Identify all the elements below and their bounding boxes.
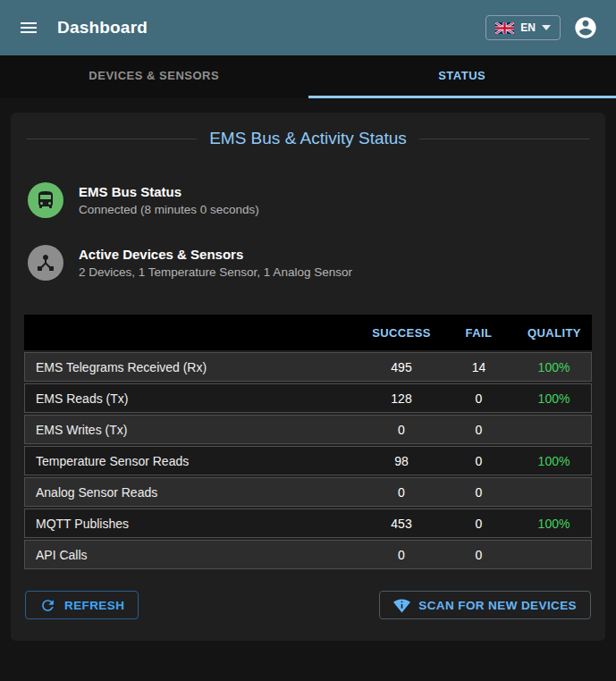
fail-cell: 0 bbox=[441, 415, 517, 444]
row-label: Temperature Sensor Reads bbox=[24, 446, 362, 475]
success-cell: 0 bbox=[362, 415, 441, 444]
row-label: MQTT Publishes bbox=[24, 509, 362, 538]
column-header-blank bbox=[24, 315, 362, 350]
bus-icon bbox=[35, 189, 56, 211]
scan-button-label: SCAN FOR NEW DEVICES bbox=[418, 599, 577, 612]
column-header-fail: FAIL bbox=[441, 315, 517, 350]
row-label: EMS Telegrams Received (Rx) bbox=[24, 352, 362, 382]
account-circle-icon bbox=[573, 15, 598, 40]
hamburger-icon bbox=[18, 17, 39, 38]
table-row: MQTT Publishes4530100% bbox=[24, 509, 592, 538]
chevron-down-icon bbox=[542, 25, 551, 30]
divider-right bbox=[419, 139, 590, 139]
fail-cell: 0 bbox=[441, 383, 517, 413]
column-header-success: SUCCESS bbox=[362, 315, 441, 350]
success-cell: 0 bbox=[362, 540, 441, 569]
quality-cell bbox=[517, 477, 592, 507]
refresh-button-label: REFRESH bbox=[64, 599, 124, 612]
quality-cell bbox=[517, 415, 592, 444]
fail-cell: 0 bbox=[441, 540, 517, 569]
success-cell: 98 bbox=[362, 446, 441, 475]
ems-bus-status-item: EMS Bus Status Connected (8 minutes 0 se… bbox=[28, 175, 588, 225]
divider-left bbox=[26, 139, 197, 139]
tab-bar: DEVICES & SENSORS STATUS bbox=[0, 55, 616, 98]
language-selector[interactable]: EN bbox=[485, 15, 561, 40]
tab-status[interactable]: STATUS bbox=[308, 55, 616, 98]
row-label: EMS Writes (Tx) bbox=[24, 415, 362, 444]
active-devices-title: Active Devices & Sensors bbox=[79, 247, 352, 262]
quality-cell: 100% bbox=[517, 446, 592, 475]
row-label: EMS Reads (Tx) bbox=[24, 383, 362, 413]
menu-button[interactable] bbox=[13, 12, 45, 44]
uk-flag-icon bbox=[495, 22, 514, 34]
status-card: EMS Bus & Activity Status EMS Bus Status… bbox=[11, 113, 605, 641]
active-devices-value: 2 Devices, 1 Temperature Sensor, 1 Analo… bbox=[79, 265, 352, 279]
language-code: EN bbox=[520, 21, 536, 34]
success-cell: 453 bbox=[362, 509, 441, 538]
table-row: EMS Writes (Tx)00 bbox=[24, 415, 592, 444]
refresh-icon bbox=[39, 597, 56, 614]
quality-cell bbox=[517, 540, 592, 569]
table-row: Temperature Sensor Reads980100% bbox=[24, 446, 592, 475]
table-row: EMS Reads (Tx)1280100% bbox=[24, 383, 592, 413]
quality-cell: 100% bbox=[517, 352, 592, 382]
stats-table-body: EMS Telegrams Received (Rx)49514100%EMS … bbox=[24, 352, 592, 569]
account-button[interactable] bbox=[568, 10, 603, 46]
row-label: API Calls bbox=[24, 540, 362, 569]
scan-for-new-devices-button[interactable]: SCAN FOR NEW DEVICES bbox=[379, 591, 591, 619]
fail-cell: 0 bbox=[441, 509, 517, 538]
tab-devices-sensors[interactable]: DEVICES & SENSORS bbox=[0, 55, 308, 98]
success-cell: 128 bbox=[362, 383, 441, 413]
activity-stats-table: SUCCESS FAIL QUALITY EMS Telegrams Recei… bbox=[24, 313, 592, 571]
table-row: API Calls00 bbox=[24, 540, 592, 569]
row-label: Analog Sensor Reads bbox=[24, 477, 362, 507]
quality-cell: 100% bbox=[517, 509, 592, 538]
table-header-row: SUCCESS FAIL QUALITY bbox=[24, 315, 592, 350]
device-hub-avatar bbox=[28, 245, 63, 281]
page-title: Dashboard bbox=[57, 18, 148, 38]
ems-bus-status-value: Connected (8 minutes 0 seconds) bbox=[79, 203, 259, 216]
fail-cell: 0 bbox=[441, 446, 517, 475]
table-row: Analog Sensor Reads00 bbox=[24, 477, 592, 507]
success-cell: 495 bbox=[362, 352, 441, 382]
device-hub-icon bbox=[35, 252, 56, 273]
app-bar: Dashboard EN bbox=[0, 0, 616, 55]
scan-wifi-icon bbox=[393, 597, 410, 614]
quality-cell: 100% bbox=[517, 383, 592, 413]
fail-cell: 0 bbox=[441, 477, 517, 507]
card-title: EMS Bus & Activity Status bbox=[209, 129, 407, 148]
table-row: EMS Telegrams Received (Rx)49514100% bbox=[24, 352, 592, 382]
card-title-row: EMS Bus & Activity Status bbox=[26, 129, 590, 148]
ems-bus-status-title: EMS Bus Status bbox=[79, 184, 259, 199]
page-body: EMS Bus & Activity Status EMS Bus Status… bbox=[0, 98, 616, 655]
success-cell: 0 bbox=[362, 477, 441, 507]
active-devices-item: Active Devices & Sensors 2 Devices, 1 Te… bbox=[28, 238, 588, 288]
refresh-button[interactable]: REFRESH bbox=[25, 591, 139, 619]
card-actions: REFRESH SCAN FOR NEW DEVICES bbox=[25, 591, 591, 619]
column-header-quality: QUALITY bbox=[517, 315, 592, 350]
fail-cell: 14 bbox=[441, 352, 517, 382]
bus-avatar bbox=[28, 182, 63, 218]
